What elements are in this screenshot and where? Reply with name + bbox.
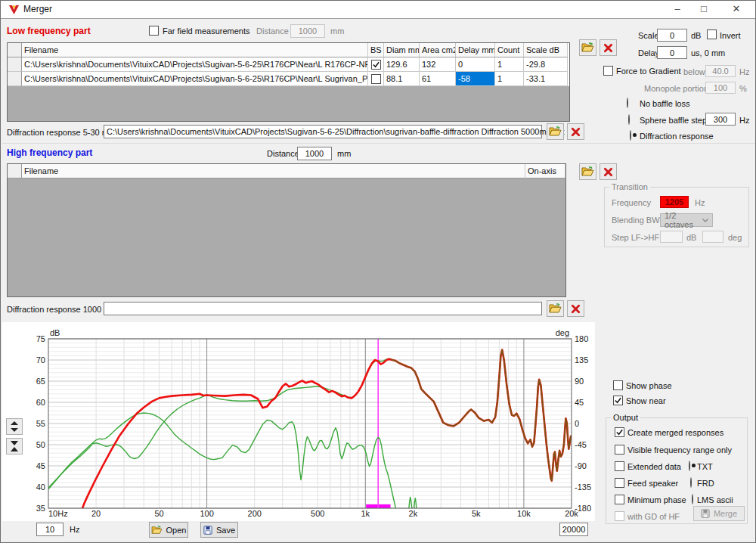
open-label: Open <box>166 526 187 535</box>
hf-open-files-button[interactable] <box>579 163 596 180</box>
minimum-phase-label: Minimum phase <box>627 495 686 504</box>
lf-cell-diam[interactable]: 88.1 <box>384 72 420 86</box>
lf-cell-delay-selected[interactable]: -58 <box>456 72 495 86</box>
svg-text:1k: 1k <box>361 509 370 518</box>
scale-field[interactable]: 0 <box>657 29 687 42</box>
lf-cell-area[interactable]: 132 <box>420 57 456 72</box>
minimum-phase-checkbox[interactable] <box>615 495 624 504</box>
step-deg-field[interactable] <box>702 231 723 243</box>
freq-min-field[interactable]: 10 <box>36 523 64 536</box>
format-txt-radio[interactable] <box>689 461 690 471</box>
below-label: below <box>683 67 705 76</box>
floppy-disk-icon <box>203 526 212 535</box>
freq-max-field[interactable]: 20000 <box>559 523 588 536</box>
svg-text:500: 500 <box>311 509 324 518</box>
sphere-baffle-radio[interactable] <box>628 114 630 125</box>
close-button[interactable]: ✕ <box>725 2 748 16</box>
extended-data-checkbox[interactable] <box>615 461 624 471</box>
hf-diffraction-remove-button[interactable] <box>567 300 584 317</box>
compress-vertical-button[interactable] <box>6 438 23 455</box>
lf-cell-count[interactable]: 1 <box>495 72 524 86</box>
hf-remove-button[interactable] <box>600 163 617 180</box>
output-caption: Output <box>611 413 640 422</box>
show-near-label: Show near <box>626 396 666 405</box>
svg-text:50: 50 <box>154 509 163 518</box>
lf-row-header[interactable] <box>8 57 22 72</box>
step-deg-unit: deg <box>728 233 742 242</box>
diffraction-response-radio[interactable] <box>630 130 631 141</box>
lf-col-area[interactable]: Area cm2 <box>420 43 456 57</box>
hf-col-onaxis[interactable]: On-axis <box>525 164 565 178</box>
show-phase-checkbox[interactable] <box>613 380 623 390</box>
delay-field[interactable]: 0 <box>657 46 687 59</box>
show-near-checkbox[interactable] <box>613 396 623 405</box>
hf-distance-field[interactable]: 1000 <box>297 147 332 160</box>
svg-text:60: 60 <box>36 398 45 407</box>
lf-col-filename[interactable]: Filename <box>22 43 368 57</box>
no-baffle-loss-radio[interactable] <box>627 98 628 108</box>
show-phase-label: Show phase <box>626 381 672 390</box>
force-gradient-checkbox[interactable] <box>603 66 613 76</box>
transition-frequency-field[interactable]: 1205 <box>660 196 689 208</box>
lf-cell-diam[interactable]: 129.6 <box>384 57 420 72</box>
lf-col-delay[interactable]: Delay mm <box>456 43 495 57</box>
lf-open-files-button[interactable] <box>579 39 596 56</box>
save-button[interactable]: Save <box>200 522 238 538</box>
monopole-field[interactable]: 100 <box>705 82 736 94</box>
lf-diffraction-remove-button[interactable] <box>567 123 584 140</box>
response-chart[interactable]: 354045505560657075-180-135-90-4504590135… <box>1 326 598 521</box>
feed-speaker-checkbox[interactable] <box>615 478 624 488</box>
lf-distance-field[interactable]: 1000 <box>290 24 325 38</box>
sphere-baffle-field[interactable]: 300 <box>705 113 736 126</box>
far-field-checkbox[interactable] <box>149 26 159 36</box>
lf-distance-unit: mm <box>330 26 344 36</box>
blending-bw-dropdown[interactable]: 1/2 octaves <box>660 213 713 227</box>
invert-checkbox[interactable] <box>707 29 717 39</box>
hf-col-filename[interactable]: Filename <box>22 164 525 178</box>
hf-diffraction-open-button[interactable] <box>547 300 564 317</box>
lf-col-scale[interactable]: Scale dB <box>524 43 568 57</box>
format-frd-radio[interactable] <box>690 477 692 488</box>
step-db-field[interactable] <box>660 231 683 243</box>
lf-cell-bs-checkbox[interactable] <box>368 57 384 72</box>
lf-remove-button[interactable] <box>600 39 617 56</box>
lf-col-count[interactable]: Count <box>495 43 524 57</box>
lf-diffraction-open-button[interactable] <box>547 123 564 140</box>
lf-cell-scale[interactable]: -29.8 <box>524 57 568 72</box>
svg-text:65: 65 <box>36 377 45 386</box>
below-field[interactable]: 40.0 <box>705 65 736 77</box>
sphere-baffle-label: Sphere baffle step <box>640 116 707 125</box>
lf-row-header[interactable] <box>8 72 22 86</box>
lf-cell-scale[interactable]: -33.1 <box>524 72 568 86</box>
lf-grid: Filename BS Diam mm Area cm2 Delay mm Co… <box>7 42 570 122</box>
lf-cell-count[interactable]: 1 <box>495 57 524 72</box>
far-field-label: Far field measurements <box>163 26 250 36</box>
minimize-button[interactable]: – <box>666 2 689 16</box>
format-frd-label: FRD <box>697 479 714 488</box>
svg-text:45: 45 <box>575 398 584 407</box>
lf-col-diam[interactable]: Diam mm <box>384 43 420 57</box>
with-gd-checkbox[interactable] <box>615 511 624 521</box>
open-button[interactable]: Open <box>149 522 188 538</box>
svg-text:90: 90 <box>575 377 584 386</box>
lf-cell-bs-checkbox[interactable] <box>368 72 384 86</box>
create-merged-checkbox[interactable] <box>615 427 624 437</box>
lf-cell-filename[interactable]: C:\Users\krishna\Documents\VituixCAD\Pro… <box>22 72 368 86</box>
format-txt-label: TXT <box>697 462 713 471</box>
hf-diffraction-path-field[interactable] <box>104 302 542 315</box>
lf-cell-delay[interactable]: 0 <box>456 57 495 72</box>
expand-vertical-button[interactable] <box>6 418 23 435</box>
save-label: Save <box>216 526 235 535</box>
compress-vertical-icon <box>10 441 19 451</box>
svg-text:10k: 10k <box>517 509 531 518</box>
maximize-button[interactable]: □ <box>692 2 715 16</box>
lf-cell-area[interactable]: 61 <box>420 72 456 86</box>
format-lms-radio[interactable] <box>692 494 693 504</box>
lf-cell-filename[interactable]: C:\Users\krishna\Documents\VituixCAD\Pro… <box>22 57 368 72</box>
hf-diffraction-label: Diffraction response 1000 mm <box>7 305 118 314</box>
lf-diffraction-path-field[interactable]: C:\Users\krishna\Documents\VituixCAD\Pro… <box>104 125 542 138</box>
lf-col-bs[interactable]: BS <box>368 43 384 57</box>
app-icon <box>8 4 20 15</box>
visible-range-checkbox[interactable] <box>615 445 624 455</box>
merge-button[interactable]: Merge <box>693 506 745 521</box>
